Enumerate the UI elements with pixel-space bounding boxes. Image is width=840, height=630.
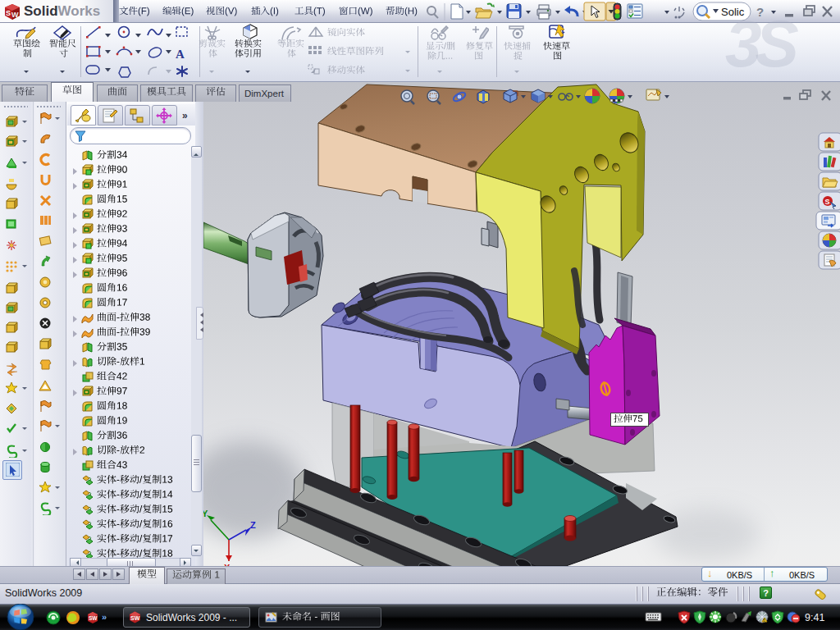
svg-text:W: W — [11, 11, 19, 19]
svg-text:»: » — [102, 612, 107, 622]
svg-text:SW: SW — [130, 615, 140, 621]
svg-text:Z: Z — [250, 520, 256, 530]
svg-text:SW: SW — [89, 615, 98, 621]
svg-text:S: S — [825, 198, 830, 206]
svg-text:A: A — [176, 48, 185, 61]
svg-text:S: S — [6, 9, 11, 17]
